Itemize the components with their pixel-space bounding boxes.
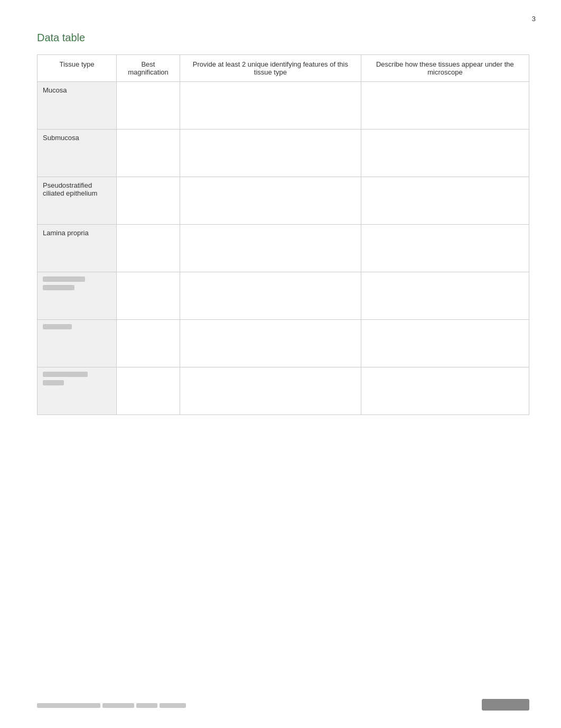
cell-magnification-mucosa <box>117 82 180 130</box>
col-header-tissue-type: Tissue type <box>38 55 117 82</box>
blurred-label <box>43 277 111 292</box>
table-header-row: Tissue type Best magnification Provide a… <box>38 55 529 82</box>
blur-line <box>43 372 88 377</box>
blur-line <box>43 380 64 385</box>
blurred-label <box>43 372 111 387</box>
data-table: Tissue type Best magnification Provide a… <box>37 54 529 415</box>
blur-line <box>43 285 74 290</box>
col-header-magnification: Best magnification <box>117 55 180 82</box>
blur-line <box>43 324 72 329</box>
footer-blur-1 <box>37 703 100 708</box>
table-row <box>38 367 529 415</box>
cell-features-lamina <box>180 225 361 272</box>
cell-tissue-lamina: Lamina propria <box>38 225 117 272</box>
blurred-label <box>43 324 111 331</box>
cell-describe-blurred-5 <box>361 272 529 320</box>
cell-describe-pseudostratified <box>361 177 529 225</box>
table-row: Submucosa <box>38 130 529 177</box>
cell-features-blurred-5 <box>180 272 361 320</box>
cell-magnification-pseudostratified <box>117 177 180 225</box>
col-header-features: Provide at least 2 unique identifying fe… <box>180 55 361 82</box>
cell-tissue-blurred-7 <box>38 367 117 415</box>
main-content: Data table Tissue type Best magnificatio… <box>0 0 561 447</box>
footer-blur-2 <box>102 703 134 708</box>
table-row <box>38 320 529 367</box>
cell-features-submucosa <box>180 130 361 177</box>
footer-left <box>37 703 186 708</box>
cell-describe-blurred-7 <box>361 367 529 415</box>
cell-describe-blurred-6 <box>361 320 529 367</box>
col-header-describe: Describe how these tissues appear under … <box>361 55 529 82</box>
footer-blur-4 <box>160 703 186 708</box>
cell-tissue-blurred-6 <box>38 320 117 367</box>
cell-magnification-blurred-7 <box>117 367 180 415</box>
cell-features-blurred-7 <box>180 367 361 415</box>
cell-features-pseudostratified <box>180 177 361 225</box>
page-number: 3 <box>532 15 536 23</box>
footer-right-button[interactable] <box>482 699 529 712</box>
footer-right-blur <box>482 699 529 711</box>
table-row: Lamina propria <box>38 225 529 272</box>
cell-magnification-submucosa <box>117 130 180 177</box>
cell-magnification-blurred-5 <box>117 272 180 320</box>
cell-describe-lamina <box>361 225 529 272</box>
cell-describe-submucosa <box>361 130 529 177</box>
table-row: Pseudostratified ciliated epithelium <box>38 177 529 225</box>
table-row: Mucosa <box>38 82 529 130</box>
cell-tissue-mucosa: Mucosa <box>38 82 117 130</box>
footer-blur-3 <box>136 703 157 708</box>
cell-features-blurred-6 <box>180 320 361 367</box>
section-title: Data table <box>37 32 529 44</box>
cell-tissue-blurred-5 <box>38 272 117 320</box>
blur-line <box>43 277 85 282</box>
cell-tissue-pseudostratified: Pseudostratified ciliated epithelium <box>38 177 117 225</box>
cell-magnification-blurred-6 <box>117 320 180 367</box>
footer <box>37 699 529 712</box>
table-row <box>38 272 529 320</box>
cell-tissue-submucosa: Submucosa <box>38 130 117 177</box>
cell-features-mucosa <box>180 82 361 130</box>
cell-magnification-lamina <box>117 225 180 272</box>
cell-describe-mucosa <box>361 82 529 130</box>
